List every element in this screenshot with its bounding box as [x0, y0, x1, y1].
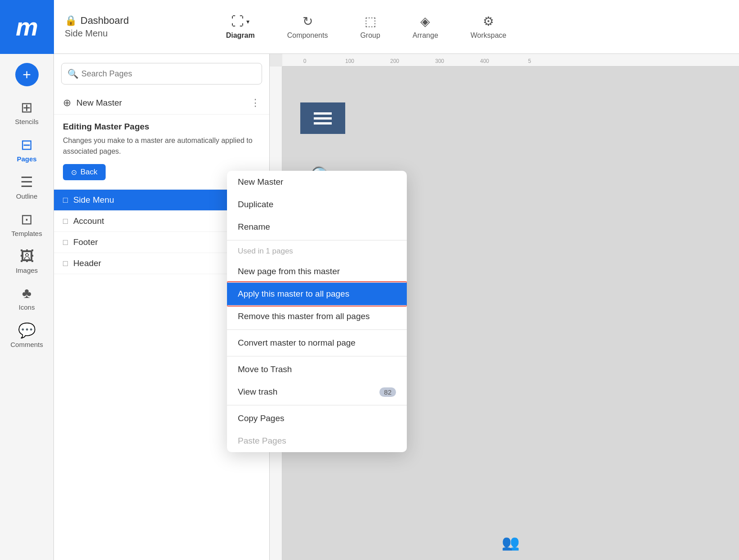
arrange-tool[interactable]: ◈ Arrange: [407, 10, 444, 43]
dashboard-label: Dashboard: [80, 15, 129, 27]
ctx-duplicate-label: Duplicate: [238, 200, 273, 209]
ctx-move-to-trash-label: Move to Trash: [238, 364, 292, 374]
app-logo[interactable]: m: [0, 0, 54, 54]
images-icon: 🖼: [20, 248, 34, 265]
ctx-move-to-trash[interactable]: Move to Trash: [227, 358, 407, 381]
search-input[interactable]: [61, 63, 262, 84]
templates-icon: ⊡: [21, 211, 33, 228]
stencils-icon: ⊞: [21, 99, 33, 116]
add-button[interactable]: +: [15, 63, 39, 86]
sidebar-item-pages[interactable]: ⊟ Pages: [4, 133, 49, 166]
page-label-footer: Footer: [73, 237, 98, 247]
workspace-icon: ⚙: [483, 14, 494, 29]
ctx-new-master[interactable]: New Master: [227, 171, 407, 193]
ctx-divider-3: [227, 356, 407, 356]
ctx-convert-master-label: Convert master to normal page: [238, 338, 356, 348]
page-label-side-menu: Side Menu: [73, 195, 114, 205]
sidebar-item-icons[interactable]: ♣ Icons: [4, 281, 49, 315]
sidebar-item-comments-label: Comments: [10, 341, 43, 348]
hamburger-line-3: [314, 122, 332, 124]
editing-master-desc: Changes you make to a master are automat…: [63, 135, 260, 157]
sidebar-item-images[interactable]: 🖼 Images: [4, 244, 49, 278]
icons-icon: ♣: [22, 285, 31, 302]
sidebar-item-outline[interactable]: ☰ Outline: [4, 170, 49, 204]
sidebar-item-stencils[interactable]: ⊞ Stencils: [4, 95, 49, 129]
diagram-tool-top: ⛶ ▾: [231, 14, 249, 29]
page-icon-footer: □: [63, 238, 68, 247]
search-box: 🔍: [61, 63, 262, 84]
sidebar-item-pages-label: Pages: [17, 155, 36, 163]
ctx-rename-label: Rename: [238, 222, 270, 232]
ctx-view-trash-badge: 82: [379, 387, 396, 397]
sidebar-item-comments[interactable]: 💬 Comments: [4, 318, 49, 352]
ctx-convert-master[interactable]: Convert master to normal page: [227, 332, 407, 354]
add-icon: +: [22, 67, 31, 82]
components-tool[interactable]: ↻ Components: [282, 10, 334, 43]
page-icon-side-menu: □: [63, 196, 68, 205]
page-icon-account: □: [63, 217, 68, 226]
ctx-copy-pages[interactable]: Copy Pages: [227, 407, 407, 430]
ctx-divider-4: [227, 405, 407, 405]
sidebar-item-stencils-label: Stencils: [15, 118, 39, 125]
sidebar-item-templates[interactable]: ⊡ Templates: [4, 207, 49, 241]
page-label-header: Header: [73, 258, 101, 268]
ctx-view-trash-label: View trash: [238, 387, 277, 397]
hamburger-line-1: [314, 112, 332, 115]
group-label: Group: [360, 31, 380, 40]
ctx-rename[interactable]: Rename: [227, 216, 407, 238]
back-button[interactable]: ⊙ Back: [63, 164, 106, 180]
toolbar-sidemenu-label: Side Menu: [65, 28, 129, 39]
diagram-arrow-icon: ▾: [246, 18, 249, 25]
back-icon: ⊙: [71, 168, 77, 177]
ctx-apply-to-all-label: Apply this master to all pages: [238, 289, 349, 299]
new-master-label: New Master: [76, 98, 250, 108]
ctx-duplicate[interactable]: Duplicate: [227, 193, 407, 216]
diagram-tool[interactable]: ⛶ ▾ Diagram: [221, 10, 260, 43]
hamburger-lines: [314, 112, 332, 124]
new-master-more-icon[interactable]: ⋮: [250, 97, 260, 109]
ruler-mark-400: 400: [462, 58, 507, 64]
new-master-plus-icon: ⊕: [63, 97, 71, 109]
pages-icon: ⊟: [21, 136, 33, 153]
ctx-remove-from-all[interactable]: Remove this master from all pages: [227, 305, 407, 328]
page-label-account: Account: [73, 216, 104, 226]
diagram-icon: ⛶: [231, 14, 244, 29]
toolbar: m 🔒 Dashboard Side Menu ⛶ ▾ Diagram ↻ Co…: [0, 0, 739, 54]
outline-icon: ☰: [20, 173, 33, 191]
new-master-row[interactable]: ⊕ New Master ⋮: [54, 92, 269, 115]
back-label: Back: [80, 168, 98, 177]
ruler-top: 0 100 200 300 400 5: [282, 54, 739, 67]
ctx-new-page-from-master[interactable]: New page from this master: [227, 260, 407, 283]
ctx-copy-pages-label: Copy Pages: [238, 413, 285, 423]
group-tool[interactable]: ⬚ Group: [355, 10, 385, 43]
page-preview-top: [300, 102, 345, 134]
ctx-divider-2: [227, 329, 407, 330]
sidebar-item-images-label: Images: [16, 267, 38, 274]
ctx-new-page-from-master-label: New page from this master: [238, 267, 340, 276]
ctx-paste-pages-label: Paste Pages: [238, 436, 286, 446]
ctx-view-trash[interactable]: View trash 82: [227, 381, 407, 403]
comments-icon: 💬: [18, 322, 36, 339]
arrange-label: Arrange: [413, 31, 438, 40]
ctx-paste-pages: Paste Pages: [227, 430, 407, 452]
search-icon: 🔍: [67, 68, 79, 79]
ruler-mark-500: 5: [507, 58, 552, 64]
logo-letter: m: [16, 12, 38, 41]
workspace-tool[interactable]: ⚙ Workspace: [465, 10, 512, 43]
sidebar-item-templates-label: Templates: [11, 230, 42, 237]
ctx-used-in-label: Used in 1 pages: [238, 247, 293, 256]
toolbar-dashboard: 🔒 Dashboard: [65, 15, 129, 27]
ctx-apply-to-all[interactable]: Apply this master to all pages: [227, 283, 407, 305]
ruler-mark-0: 0: [282, 58, 327, 64]
ctx-remove-from-all-label: Remove this master from all pages: [238, 311, 370, 321]
hamburger-line-2: [314, 117, 332, 120]
diagram-label: Diagram: [226, 31, 255, 40]
page-icon-header: □: [63, 259, 68, 268]
left-sidebar: + ⊞ Stencils ⊟ Pages ☰ Outline ⊡ Templat…: [0, 54, 54, 560]
page-preview: [300, 102, 345, 156]
group-icon: ⬚: [365, 14, 376, 29]
sidebar-item-icons-label: Icons: [19, 303, 35, 311]
arrange-icon: ◈: [420, 14, 430, 29]
context-menu: New Master Duplicate Rename Used in 1 pa…: [227, 171, 407, 452]
sidebar-item-outline-label: Outline: [16, 192, 38, 200]
